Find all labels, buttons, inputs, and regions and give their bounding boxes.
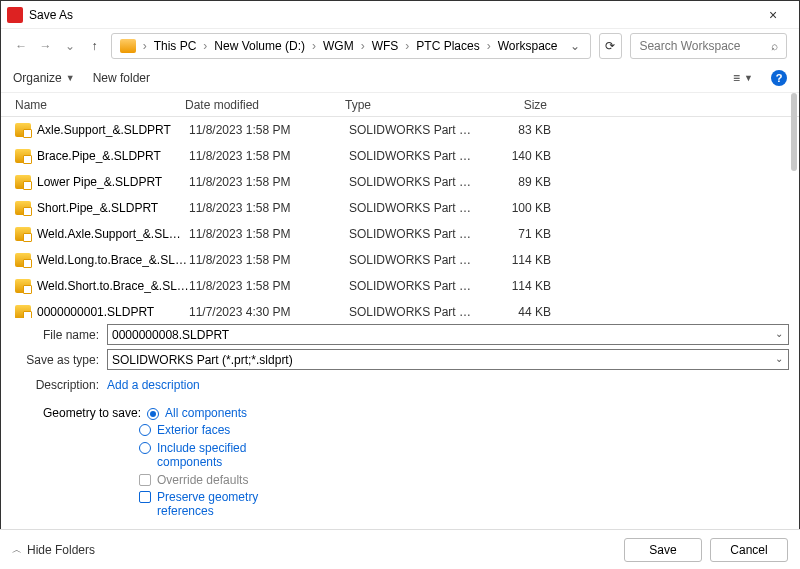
file-row[interactable]: Weld.Long.to.Brace_&.SLDPRT11/8/2023 1:5… [1, 247, 799, 273]
file-row[interactable]: Weld.Short.to.Brace_&.SLDPRT11/8/2023 1:… [1, 273, 799, 299]
file-date: 11/7/2023 4:30 PM [189, 305, 349, 318]
file-name: Weld.Axle.Support_&.SLDPRT [37, 227, 189, 241]
filename-label: File name: [11, 328, 107, 342]
file-size: 140 KB [474, 149, 551, 163]
part-file-icon [15, 305, 31, 318]
list-view-icon: ≡ [733, 71, 740, 85]
form-area: File name: ⌄ Save as type: ⌄ Description… [1, 318, 799, 525]
chevron-right-icon: › [142, 39, 148, 53]
option-include-specified[interactable]: Include specified components [157, 441, 287, 470]
window-title: Save As [29, 8, 753, 22]
search-input[interactable]: Search Workspace ⌕ [630, 33, 787, 59]
close-button[interactable]: × [753, 7, 793, 23]
add-description-link[interactable]: Add a description [107, 378, 200, 392]
file-name: Short.Pipe_&.SLDPRT [37, 201, 189, 215]
file-date: 11/8/2023 1:58 PM [189, 123, 349, 137]
list-header: Name Date modified Type Size [1, 93, 799, 117]
hide-folders-label: Hide Folders [27, 543, 95, 557]
file-name: Weld.Short.to.Brace_&.SLDPRT [37, 279, 189, 293]
breadcrumb-item[interactable]: WGM [319, 37, 358, 55]
description-label: Description: [11, 378, 107, 392]
filename-input[interactable] [107, 324, 789, 345]
option-exterior-faces[interactable]: Exterior faces [157, 423, 230, 437]
file-name: 0000000001.SLDPRT [37, 305, 189, 318]
file-row[interactable]: Lower Pipe_&.SLDPRT11/8/2023 1:58 PMSOLI… [1, 169, 799, 195]
file-size: 100 KB [474, 201, 551, 215]
search-placeholder: Search Workspace [639, 39, 740, 53]
part-file-icon [15, 279, 31, 293]
part-file-icon [15, 175, 31, 189]
organize-menu[interactable]: Organize ▼ [13, 71, 75, 85]
save-button[interactable]: Save [624, 538, 702, 562]
recent-dropdown-icon[interactable]: ⌄ [62, 37, 78, 55]
part-file-icon [15, 253, 31, 267]
scrollbar-thumb[interactable] [791, 93, 797, 171]
cancel-button[interactable]: Cancel [710, 538, 788, 562]
saveastype-select[interactable] [107, 349, 789, 370]
chevron-right-icon: › [311, 39, 317, 53]
hide-folders-button[interactable]: ︿ Hide Folders [12, 543, 95, 557]
radio-include-specified[interactable] [139, 442, 151, 454]
chevron-down-icon[interactable]: ⌄ [775, 353, 783, 364]
forward-button[interactable]: → [37, 37, 53, 55]
option-override-defaults: Override defaults [157, 473, 248, 487]
breadcrumb-item[interactable]: WFS [368, 37, 403, 55]
file-size: 71 KB [474, 227, 551, 241]
option-preserve-geometry[interactable]: Preserve geometry references [157, 490, 287, 519]
file-name: Weld.Long.to.Brace_&.SLDPRT [37, 253, 189, 267]
file-type: SOLIDWORKS Part Docu... [349, 149, 474, 163]
nav-row: ← → ⌄ ↑ › This PC › New Volume (D:) › WG… [1, 29, 799, 63]
part-file-icon [15, 123, 31, 137]
file-date: 11/8/2023 1:58 PM [189, 149, 349, 163]
address-dropdown-icon[interactable]: ⌄ [564, 39, 586, 53]
radio-exterior-faces[interactable] [139, 424, 151, 436]
column-name[interactable]: Name [15, 98, 185, 112]
file-row[interactable]: Short.Pipe_&.SLDPRT11/8/2023 1:58 PMSOLI… [1, 195, 799, 221]
file-date: 11/8/2023 1:58 PM [189, 253, 349, 267]
help-button[interactable]: ? [771, 70, 787, 86]
up-button[interactable]: ↑ [86, 37, 102, 55]
file-date: 11/8/2023 1:58 PM [189, 279, 349, 293]
file-size: 89 KB [474, 175, 551, 189]
breadcrumb-item[interactable]: New Volume (D:) [210, 37, 309, 55]
titlebar: Save As × [1, 1, 799, 29]
chevron-right-icon: › [404, 39, 410, 53]
file-row[interactable]: Brace.Pipe_&.SLDPRT11/8/2023 1:58 PMSOLI… [1, 143, 799, 169]
refresh-button[interactable]: ⟳ [599, 33, 623, 59]
breadcrumb-item[interactable]: This PC [150, 37, 201, 55]
scrollbar[interactable] [791, 93, 797, 318]
file-row[interactable]: Weld.Axle.Support_&.SLDPRT11/8/2023 1:58… [1, 221, 799, 247]
file-size: 114 KB [474, 279, 551, 293]
breadcrumb-item[interactable]: Workspace [494, 37, 562, 55]
breadcrumb-item[interactable]: PTC Places [412, 37, 483, 55]
saveastype-label: Save as type: [11, 353, 107, 367]
column-size[interactable]: Size [470, 98, 547, 112]
geometry-title: Geometry to save: [43, 406, 141, 420]
column-date-modified[interactable]: Date modified [185, 98, 345, 112]
chevron-right-icon: › [202, 39, 208, 53]
chevron-down-icon: ▼ [744, 73, 753, 83]
toolbar: Organize ▼ New folder ≡ ▼ ? [1, 63, 799, 93]
back-button[interactable]: ← [13, 37, 29, 55]
file-row[interactable]: 0000000001.SLDPRT11/7/2023 4:30 PMSOLIDW… [1, 299, 799, 318]
file-row[interactable]: Axle.Support_&.SLDPRT11/8/2023 1:58 PMSO… [1, 117, 799, 143]
file-name: Lower Pipe_&.SLDPRT [37, 175, 189, 189]
folder-icon [120, 39, 136, 53]
checkbox-preserve-geometry[interactable] [139, 491, 151, 503]
option-all-components[interactable]: All components [165, 406, 247, 420]
new-folder-button[interactable]: New folder [93, 71, 150, 85]
file-type: SOLIDWORKS Part Docu... [349, 279, 474, 293]
chevron-down-icon[interactable]: ⌄ [775, 328, 783, 339]
view-options-button[interactable]: ≡ ▼ [733, 71, 753, 85]
checkbox-override-defaults[interactable] [139, 474, 151, 486]
file-type: SOLIDWORKS Part Docu... [349, 201, 474, 215]
file-date: 11/8/2023 1:58 PM [189, 227, 349, 241]
file-name: Axle.Support_&.SLDPRT [37, 123, 189, 137]
organize-label: Organize [13, 71, 62, 85]
chevron-right-icon: › [486, 39, 492, 53]
address-bar[interactable]: › This PC › New Volume (D:) › WGM › WFS … [111, 33, 591, 59]
radio-all-components[interactable] [147, 408, 159, 420]
file-size: 114 KB [474, 253, 551, 267]
part-file-icon [15, 227, 31, 241]
column-type[interactable]: Type [345, 98, 470, 112]
